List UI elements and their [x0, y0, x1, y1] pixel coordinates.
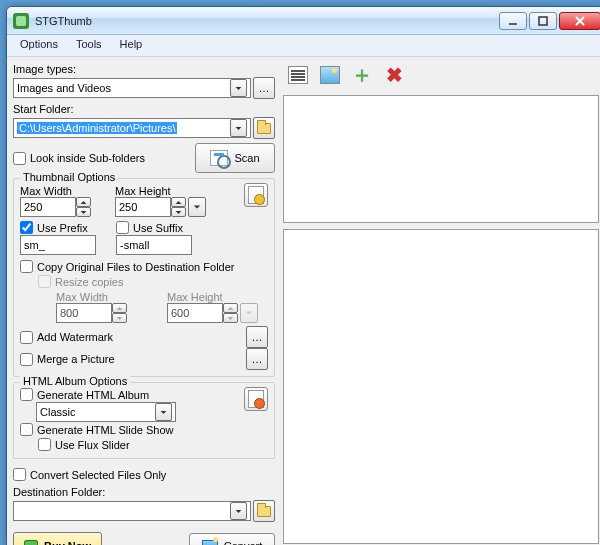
maximize-button[interactable] [529, 12, 557, 30]
x-icon: ✖ [386, 63, 403, 87]
menu-help[interactable]: Help [111, 35, 152, 56]
menu-options[interactable]: Options [11, 35, 67, 56]
plus-icon: ＋ [351, 60, 373, 90]
file-list-pane[interactable] [283, 95, 599, 223]
image-icon [202, 540, 218, 545]
remove-button[interactable]: ✖ [381, 62, 407, 88]
use-flux-checkbox[interactable]: Use Flux Slider [20, 437, 268, 452]
album-settings-button[interactable] [244, 387, 268, 411]
look-inside-checkbox[interactable]: Look inside Sub-folders [13, 151, 145, 166]
down-icon[interactable] [76, 207, 91, 217]
cart-icon [24, 540, 38, 545]
menubar: Options Tools Help [7, 35, 600, 57]
watermark-options-button[interactable] [246, 326, 268, 348]
convert-button[interactable]: Convert [189, 533, 275, 545]
start-folder-value: C:\Users\Administrator\Pictures\ [17, 122, 177, 134]
chevron-down-icon[interactable] [155, 403, 172, 421]
chevron-down-icon[interactable] [230, 119, 247, 137]
prefix-input[interactable] [20, 235, 96, 255]
look-inside-input[interactable] [13, 152, 26, 165]
max-height-spinner[interactable] [115, 197, 186, 217]
max-width-spinner[interactable] [20, 197, 91, 217]
menu-tools[interactable]: Tools [67, 35, 111, 56]
chevron-down-icon[interactable] [230, 79, 247, 97]
add-button[interactable]: ＋ [349, 62, 375, 88]
folder-icon [257, 506, 271, 517]
merge-options-button[interactable] [246, 348, 268, 370]
window-title: STGThumb [35, 15, 499, 27]
chevron-down-icon[interactable] [230, 502, 247, 520]
list-icon [288, 66, 308, 84]
minimize-button[interactable] [499, 12, 527, 30]
image-types-label: Image types: [13, 63, 275, 75]
resize-copies-checkbox: Resize copies [38, 274, 268, 289]
app-window: STGThumb Options Tools Help Image types:… [6, 6, 600, 545]
buy-now-button[interactable]: Buy Now [13, 532, 102, 545]
html-album-group: HTML Album Options Generate HTML Album C… [13, 382, 275, 459]
album-style-combo[interactable]: Classic [36, 402, 176, 422]
list-view-button[interactable] [285, 62, 311, 88]
svg-rect-0 [539, 17, 547, 25]
add-watermark-checkbox[interactable]: Add Watermark [20, 330, 113, 345]
app-icon [13, 13, 29, 29]
dest-folder-combo[interactable] [13, 501, 251, 521]
up-icon[interactable] [76, 197, 91, 207]
copy-max-height-spinner [167, 303, 238, 323]
preview-pane[interactable] [283, 229, 599, 544]
start-folder-label: Start Folder: [13, 103, 275, 115]
preview-toolbar: ＋ ✖ [283, 61, 599, 89]
start-folder-combo[interactable]: C:\Users\Administrator\Pictures\ [13, 118, 251, 138]
copy-max-width-spinner [56, 303, 127, 323]
thumbnail-options-group: Thumbnail Options Max Width [13, 178, 275, 377]
dest-folder-label: Destination Folder: [13, 486, 275, 498]
image-types-browse-button[interactable] [253, 77, 275, 99]
thumbnail-settings-button[interactable] [244, 183, 268, 207]
titlebar[interactable]: STGThumb [7, 7, 600, 35]
copy-original-checkbox[interactable]: Copy Original Files to Destination Folde… [20, 259, 268, 274]
use-prefix-checkbox[interactable]: Use Prefix [20, 220, 96, 235]
generate-slideshow-checkbox[interactable]: Generate HTML Slide Show [20, 422, 268, 437]
preview-panel: ＋ ✖ [283, 61, 599, 544]
settings-gear-icon [248, 186, 264, 204]
settings-gear-icon [248, 390, 264, 408]
close-button[interactable] [559, 12, 600, 30]
image-types-combo[interactable]: Images and Videos [13, 78, 251, 98]
copy-size-options-button [240, 303, 258, 323]
start-folder-browse-button[interactable] [253, 117, 275, 139]
generate-album-checkbox[interactable]: Generate HTML Album [20, 387, 242, 402]
merge-picture-checkbox[interactable]: Merge a Picture [20, 352, 115, 367]
down-icon[interactable] [171, 207, 186, 217]
max-height-input[interactable] [115, 197, 171, 217]
max-height-label: Max Height [115, 185, 206, 197]
dest-folder-browse-button[interactable] [253, 500, 275, 522]
convert-selected-checkbox[interactable]: Convert Selected Files Only [13, 467, 275, 482]
up-icon[interactable] [171, 197, 186, 207]
thumbnail-view-button[interactable] [317, 62, 343, 88]
max-width-label: Max Width [20, 185, 91, 197]
max-width-input[interactable] [20, 197, 76, 217]
suffix-input[interactable] [116, 235, 192, 255]
size-options-button[interactable] [188, 197, 206, 217]
use-suffix-checkbox[interactable]: Use Suffix [116, 220, 192, 235]
scan-icon [210, 150, 228, 166]
scan-button[interactable]: Scan [195, 143, 275, 173]
settings-panel: Image types: Images and Videos Start Fol… [13, 61, 275, 544]
folder-icon [257, 123, 271, 134]
thumbnail-icon [320, 66, 340, 84]
